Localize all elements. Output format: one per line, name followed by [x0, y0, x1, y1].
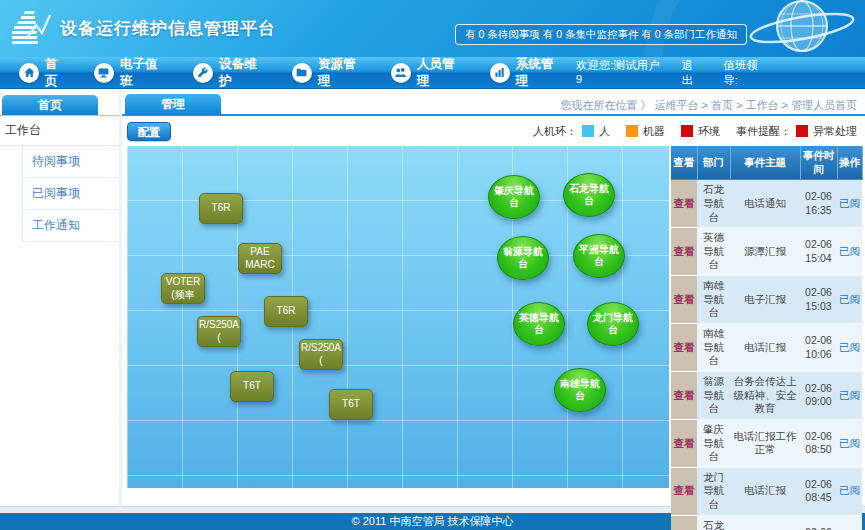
table-row: 查看 南雄导航台 电话汇报 02-06 10:06 已阅 — [671, 324, 862, 372]
view-link[interactable]: 查看 — [671, 228, 697, 276]
device-node[interactable]: VOTER (频率 — [161, 273, 205, 304]
navbar-user-area: 欢迎您:测试用户9 退出 值班领导: — [576, 58, 865, 88]
event-table: 查看 部门 事件主题 事件时间 操作 查看 石龙导航台 电话通知 02-06 1 — [671, 146, 863, 530]
table-row: 查看 英德导航台 源潭汇报 02-06 15:04 已阅 — [671, 228, 862, 276]
device-node[interactable]: T6R — [264, 296, 308, 327]
view-link[interactable]: 查看 — [671, 324, 697, 372]
sidebar-item-read[interactable]: 已阅事项 — [23, 178, 119, 210]
device-node[interactable]: R/S250A ( — [299, 339, 343, 370]
table-row: 查看 翁源导航台 台务会传达上级精神、安全教育 02-06 09:00 已阅 — [671, 371, 862, 419]
legend-exception-label: 异常处理 — [813, 124, 857, 139]
legend-environment-label: 环境 — [698, 124, 720, 139]
subject-cell: 电话通知 — [730, 180, 800, 228]
page-body: 首页 工作台 待阅事项 已阅事项 工作通知 管理 您现在所在位置 》 运维平台 … — [0, 89, 865, 506]
station-node-pingzhou[interactable]: 平洲导航台 — [573, 234, 625, 278]
device-node[interactable]: T6R — [199, 193, 243, 224]
globe-icon — [730, 0, 865, 57]
nav-item-home[interactable]: 首页 — [6, 57, 81, 88]
monitor-icon — [94, 63, 114, 83]
main-content: 管理 您现在所在位置 》 运维平台 > 首页 > 工作台 > 管理人员首页 配置… — [122, 89, 865, 506]
sidebar-panel: 工作台 待阅事项 已阅事项 工作通知 — [0, 115, 119, 242]
nav-item-system[interactable]: 系统管理 — [477, 57, 576, 88]
sidebar-tab-home[interactable]: 首页 — [2, 95, 98, 115]
station-node-nanxiong[interactable]: 南雄导航台 — [554, 368, 606, 412]
tab-management[interactable]: 管理 — [125, 94, 221, 115]
subject-cell: 电话汇报 — [730, 324, 800, 372]
subject-cell: 电话汇报 — [730, 515, 800, 530]
table-row: 查看 石龙导航台 电话汇报 02-06 08:40 已阅 — [671, 515, 862, 530]
device-node[interactable]: T6T — [230, 371, 274, 402]
dept-cell: 石龙导航台 — [697, 180, 730, 228]
time-cell: 02-06 09:00 — [800, 371, 837, 419]
nav-item-label: 电子值班 — [120, 56, 167, 90]
device-node[interactable]: PAE MARC — [238, 243, 282, 274]
op-link[interactable]: 已阅 — [837, 228, 862, 276]
time-cell: 02-06 08:50 — [800, 419, 837, 467]
table-row: 查看 肇庆导航台 电话汇报工作正常 02-06 08:50 已阅 — [671, 419, 862, 467]
nav-item-maintenance[interactable]: 设备维护 — [180, 57, 279, 88]
dept-cell: 龙门导航台 — [697, 467, 730, 515]
nav-item-label: 设备维护 — [219, 56, 266, 90]
nav-item-duty[interactable]: 电子值班 — [81, 57, 180, 88]
station-node-wengyuan[interactable]: 翁源导航台 — [497, 236, 549, 280]
station-node-longmen[interactable]: 龙门导航台 — [587, 302, 639, 346]
station-node-yingde[interactable]: 英德导航台 — [513, 302, 565, 346]
nav-item-personnel[interactable]: 人员管理 — [378, 57, 477, 88]
config-button[interactable]: 配置 — [127, 122, 171, 141]
sidebar-item-list: 待阅事项 已阅事项 工作通知 — [22, 146, 119, 242]
table-row: 查看 龙门导航台 电话汇报 02-06 08:45 已阅 — [671, 467, 862, 515]
view-link[interactable]: 查看 — [671, 180, 697, 228]
folder-icon — [292, 63, 312, 83]
op-link[interactable]: 已阅 — [837, 276, 862, 324]
time-cell: 02-06 15:03 — [800, 276, 837, 324]
view-link[interactable]: 查看 — [671, 419, 697, 467]
legend-exception-swatch — [796, 125, 808, 137]
subject-cell: 电子汇报 — [730, 276, 800, 324]
people-icon — [391, 63, 411, 83]
dept-cell: 英德导航台 — [697, 228, 730, 276]
view-link[interactable]: 查看 — [671, 371, 697, 419]
col-header-view: 查看 — [671, 146, 697, 180]
op-link[interactable]: 已阅 — [837, 371, 862, 419]
view-link[interactable]: 查看 — [671, 467, 697, 515]
subject-cell: 电话汇报工作正常 — [730, 419, 800, 467]
station-node-shilong[interactable]: 石龙导航台 — [563, 173, 615, 217]
legend-environment-swatch — [681, 125, 693, 137]
station-node-zhaoqing[interactable]: 肇庆导航台 — [488, 175, 540, 219]
view-link[interactable]: 查看 — [671, 276, 697, 324]
station-map: T6R PAE MARC VOTER (频率 T6R R/S250A ( R/S… — [127, 146, 669, 488]
sidebar-item-unread[interactable]: 待阅事项 — [23, 146, 119, 178]
col-header-subject: 事件主题 — [730, 146, 800, 180]
legend-person-swatch — [582, 125, 594, 137]
device-node[interactable]: R/S250A ( — [197, 316, 241, 347]
chart-icon — [490, 63, 510, 83]
main-navbar: 首页 电子值班 设备维护 资源管理 人员管理 系统管理 欢迎您:测试用户9 退出… — [0, 57, 865, 89]
col-header-time: 事件时间 — [800, 146, 837, 180]
home-icon — [19, 63, 39, 83]
legend-person-label: 人 — [599, 124, 610, 139]
nav-item-label: 系统管理 — [516, 56, 563, 90]
subject-cell: 台务会传达上级精神、安全教育 — [730, 371, 800, 419]
dept-cell: 翁源导航台 — [697, 371, 730, 419]
op-link[interactable]: 已阅 — [837, 180, 862, 228]
logout-link[interactable]: 退出 — [681, 58, 703, 88]
op-link[interactable]: 已阅 — [837, 467, 862, 515]
time-cell: 02-06 10:06 — [800, 324, 837, 372]
device-node[interactable]: T6T — [329, 389, 373, 420]
duty-leader-label: 值班领导: — [723, 58, 770, 88]
notification-summary[interactable]: 有 0 条待阅事项 有 0 条集中监控事件 有 0 条部门工作通知 — [455, 24, 747, 45]
subject-cell: 源潭汇报 — [730, 228, 800, 276]
breadcrumb[interactable]: 您现在所在位置 》 运维平台 > 首页 > 工作台 > 管理人员首页 — [560, 98, 857, 113]
view-link[interactable]: 查看 — [671, 515, 697, 530]
op-link[interactable]: 已阅 — [837, 515, 862, 530]
time-cell: 02-06 08:45 — [800, 467, 837, 515]
op-link[interactable]: 已阅 — [837, 324, 862, 372]
table-row: 查看 南雄导航台 电子汇报 02-06 15:03 已阅 — [671, 276, 862, 324]
col-header-op: 操作 — [837, 146, 862, 180]
sidebar-section-workbench[interactable]: 工作台 — [0, 116, 119, 146]
op-link[interactable]: 已阅 — [837, 419, 862, 467]
sidebar-item-notice[interactable]: 工作通知 — [23, 210, 119, 242]
nav-item-label: 资源管理 — [318, 56, 365, 90]
nav-item-resources[interactable]: 资源管理 — [279, 57, 378, 88]
nav-item-label: 首页 — [45, 56, 68, 90]
